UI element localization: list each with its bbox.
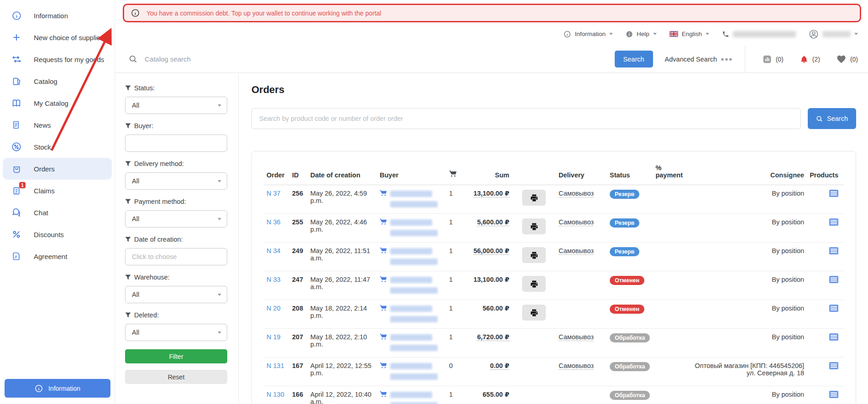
topbar-help-menu[interactable]: Help [626, 31, 657, 38]
filter-button[interactable]: Filter [125, 349, 227, 363]
order-id: 166 [289, 386, 308, 404]
order-sum[interactable]: 5,600.00 ₽ [477, 218, 509, 226]
sidebar-item-new-choice-of-suppliers[interactable]: New choice of suppliers [0, 26, 115, 48]
open-book-icon [11, 98, 22, 109]
favorites-counter[interactable]: (0) [837, 55, 858, 63]
date-of-creation-input[interactable] [132, 253, 221, 260]
delivery-link[interactable]: Самовывоз [559, 333, 594, 341]
column-header-date: Date of creation [308, 161, 377, 185]
products-icon[interactable] [829, 392, 838, 399]
delivery-link[interactable]: Самовывоз [559, 190, 594, 197]
notifications-counter[interactable]: (2) [800, 55, 820, 64]
buyer-name-redacted [390, 191, 432, 197]
products-icon[interactable] [829, 191, 838, 198]
products-icon[interactable] [829, 363, 838, 371]
sidebar-item-requests-for-my-goods[interactable]: Requests for my goods [0, 48, 115, 70]
chevron-down-icon [609, 33, 613, 35]
status-badge: Резерв [610, 190, 639, 199]
print-button[interactable] [522, 190, 546, 206]
deleted-select[interactable]: All [125, 324, 227, 341]
sidebar-item-information[interactable]: Information [0, 5, 115, 26]
catalog-search-button[interactable]: Search [615, 51, 653, 67]
funnel-icon [125, 275, 131, 280]
sidebar-item-catalog[interactable]: Catalog [0, 70, 115, 92]
consignee-cell: By position [686, 271, 807, 300]
advanced-search-link[interactable]: Advanced Search ●●● [665, 56, 733, 63]
products-icon[interactable] [829, 306, 838, 313]
sidebar-item-stock[interactable]: Stock [0, 136, 115, 158]
order-id: 256 [289, 185, 308, 214]
buyer-name-redacted [390, 373, 438, 380]
order-date: April 12, 2022, 10:40 a.m. [308, 386, 377, 404]
column-header-products: Products [807, 161, 844, 185]
payment-method-select[interactable]: All [125, 210, 227, 228]
sidebar-item-agreement[interactable]: Agreement [0, 245, 115, 267]
order-sum[interactable]: 13,100.00 ₽ [473, 276, 509, 283]
reset-button[interactable]: Reset [125, 370, 227, 384]
print-button[interactable] [522, 276, 546, 292]
buyer-name-redacted [390, 277, 432, 283]
order-date: May 26, 2022, 11:51 a.m. [308, 243, 377, 271]
delivery-link[interactable]: Самовывоз [559, 218, 594, 226]
compare-counter[interactable]: (0) [763, 55, 784, 64]
information-button[interactable]: Information [5, 379, 110, 398]
order-link[interactable]: N 131 [267, 362, 284, 369]
column-header-order: Order [264, 161, 289, 185]
sidebar-item-label: Discounts [34, 231, 64, 238]
order-sum[interactable]: 56,000.00 ₽ [473, 247, 509, 255]
sidebar-item-my-catalog[interactable]: My Catalog [0, 92, 115, 114]
order-link[interactable]: N 20 [267, 305, 281, 312]
column-header-status: Status [607, 161, 653, 185]
order-sum[interactable]: 655.00 ₽ [483, 391, 509, 398]
order-date: May 26, 2022, 4:46 p.m. [308, 214, 377, 243]
print-button[interactable] [522, 218, 546, 234]
warehouse-select[interactable]: All [125, 286, 227, 303]
order-link[interactable]: N 36 [267, 218, 281, 226]
sidebar-item-orders[interactable]: Orders [3, 158, 112, 180]
order-sum[interactable]: 0.00 ₽ [490, 362, 509, 370]
order-sum[interactable]: 13,100.00 ₽ [473, 190, 509, 197]
filter-label-delivery-method: Delivery method: [125, 160, 227, 167]
consignee-cell: By position [686, 386, 807, 404]
order-link[interactable]: N 37 [267, 190, 281, 197]
column-header-print [512, 161, 556, 185]
date-of-creation-input-wrap [125, 248, 227, 265]
catalog-search-input[interactable] [145, 55, 615, 63]
order-link[interactable]: N 34 [267, 247, 281, 254]
consignee-cell: By position [686, 214, 807, 243]
order-link[interactable]: N 130 [267, 391, 284, 398]
delivery-link[interactable]: Самовывоз [559, 362, 594, 370]
order-link[interactable]: N 33 [267, 276, 281, 283]
payment-method-value: All [132, 215, 139, 223]
sidebar-item-discounts[interactable]: Discounts [0, 223, 115, 245]
products-icon[interactable] [829, 277, 838, 285]
status-select[interactable]: All [125, 97, 227, 114]
user-menu[interactable] [809, 29, 858, 39]
language-selector[interactable]: English [669, 31, 709, 37]
products-icon[interactable] [829, 249, 838, 256]
buyer-input[interactable] [132, 140, 221, 147]
order-quantity: 1 [446, 329, 461, 357]
sidebar-item-news[interactable]: News [0, 114, 115, 136]
products-icon[interactable] [829, 220, 838, 227]
payment-percent-cell [653, 300, 686, 329]
plus-icon [11, 32, 22, 43]
order-sum[interactable]: 6,720.00 ₽ [477, 333, 509, 341]
print-button[interactable] [522, 305, 546, 321]
order-link[interactable]: N 19 [267, 333, 281, 341]
cart-icon [380, 333, 387, 342]
order-sum[interactable]: 560.00 ₽ [483, 305, 509, 312]
print-button[interactable] [522, 247, 546, 263]
sidebar-item-label: Information [34, 12, 68, 20]
orders-search-input[interactable] [251, 108, 801, 129]
sidebar-item-label: Agreement [34, 253, 67, 260]
help-icon [626, 31, 633, 38]
topbar-information-menu[interactable]: Information [564, 31, 613, 38]
delivery-link[interactable]: Самовывоз [559, 247, 594, 255]
orders-search-button[interactable]: Search [808, 108, 856, 129]
sidebar-item-chat[interactable]: Chat [0, 202, 115, 223]
sidebar-item-claims[interactable]: 1 Claims [0, 180, 115, 202]
order-id: 207 [289, 329, 308, 357]
delivery-method-select[interactable]: All [125, 172, 227, 190]
products-icon[interactable] [829, 335, 838, 342]
